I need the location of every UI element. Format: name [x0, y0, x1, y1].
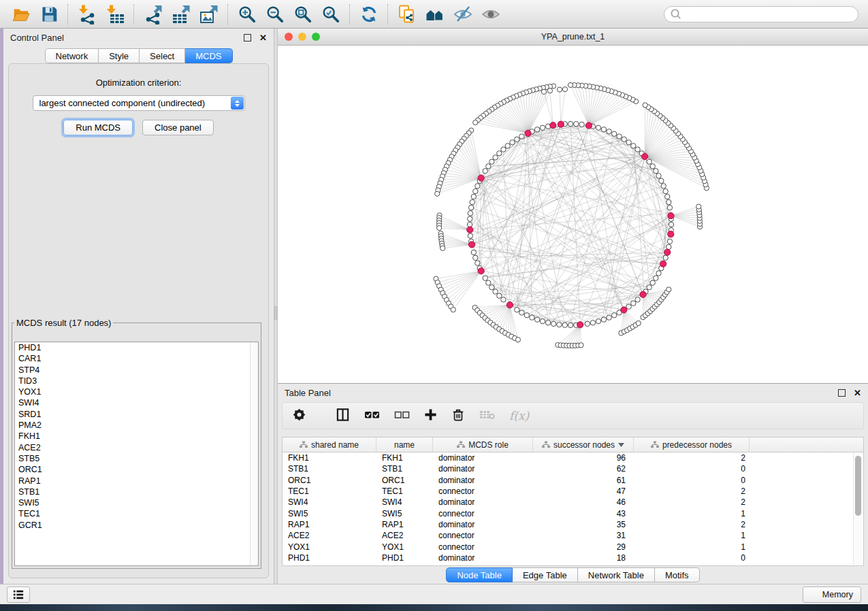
- hide-selected-icon[interactable]: [449, 3, 477, 26]
- table-row[interactable]: STB1STB1dominator620: [283, 463, 863, 474]
- mcds-result-item[interactable]: ORC1: [15, 464, 258, 475]
- optimization-criterion-select[interactable]: largest connected component (undirected): [33, 95, 245, 111]
- mcds-result-item[interactable]: STB1: [15, 486, 258, 497]
- column-header-predecessor-nodes[interactable]: predecessor nodes: [634, 437, 750, 452]
- status-bar: Memory: [0, 584, 868, 604]
- memory-button[interactable]: Memory: [803, 587, 861, 603]
- search-box[interactable]: [664, 6, 858, 22]
- divider-grip[interactable]: [274, 306, 277, 320]
- application-window: Control Panel ✕ Network Style Select MCD…: [0, 0, 868, 611]
- task-list-icon: [12, 589, 25, 600]
- column-header-shared-name[interactable]: shared name: [283, 437, 376, 452]
- mcds-result-list[interactable]: PHD1CAR1STP4TID3YOX1SWI4SRD1PMA2FKH1ACE2…: [14, 342, 259, 566]
- import-network-icon[interactable]: [73, 3, 101, 26]
- delete-rows-icon[interactable]: [451, 408, 465, 425]
- shared-column-icon: [651, 441, 659, 448]
- mcds-result-item[interactable]: CAR1: [15, 353, 258, 364]
- add-row-icon[interactable]: [424, 408, 437, 424]
- mcds-result-item[interactable]: STP4: [15, 365, 258, 376]
- maximize-window-icon[interactable]: [312, 33, 320, 41]
- mcds-result-item[interactable]: TID3: [15, 376, 258, 386]
- column-header-name[interactable]: name: [376, 437, 433, 452]
- mcds-result-item[interactable]: STB5: [15, 453, 258, 464]
- mcds-result-item[interactable]: PHD1: [15, 342, 258, 353]
- zoom-in-icon[interactable]: [233, 3, 261, 26]
- close-panel-icon[interactable]: ✕: [259, 33, 267, 42]
- node-table-body: FKH1FKH1dominator962STB1STB1dominator620…: [283, 452, 863, 563]
- node-table: shared name name MCDS role successor nod…: [282, 437, 864, 566]
- mcds-result-item[interactable]: PMA2: [15, 420, 258, 431]
- table-row[interactable]: FKH1FKH1dominator962: [283, 452, 863, 463]
- toolbar-separator: [67, 4, 68, 24]
- tab-motifs[interactable]: Motifs: [655, 567, 700, 582]
- close-window-icon[interactable]: [285, 33, 293, 41]
- table-row[interactable]: SWI4SWI4dominator462: [283, 497, 863, 508]
- new-network-from-selection-icon[interactable]: [393, 3, 421, 26]
- shared-column-icon: [457, 441, 465, 448]
- mcds-result-item[interactable]: GCR1: [15, 520, 258, 531]
- network-canvas[interactable]: [278, 46, 868, 383]
- save-session-icon[interactable]: [35, 3, 63, 26]
- table-row[interactable]: ORC1ORC1dominator610: [283, 475, 863, 486]
- show-columns-icon[interactable]: [336, 408, 350, 425]
- close-panel-button[interactable]: Close panel: [142, 120, 214, 135]
- column-header-mcds-role[interactable]: MCDS role: [433, 437, 533, 452]
- import-table-icon[interactable]: [101, 3, 129, 26]
- mcds-result-item[interactable]: FKH1: [15, 431, 258, 442]
- search-input[interactable]: [681, 9, 852, 20]
- close-panel-icon[interactable]: ✕: [854, 389, 861, 397]
- network-window-title: YPA_prune.txt_1: [541, 32, 605, 42]
- export-network-icon[interactable]: [139, 3, 167, 26]
- table-panel-title: Table Panel: [285, 388, 331, 398]
- zoom-selected-icon[interactable]: [317, 3, 344, 26]
- column-header-successor-nodes[interactable]: successor nodes: [533, 437, 634, 452]
- list-scrollbar[interactable]: [250, 342, 258, 565]
- control-panel: Control Panel ✕ Network Style Select MCD…: [3, 29, 274, 584]
- tab-node-table[interactable]: Node Table: [446, 567, 513, 582]
- search-icon: [670, 8, 681, 20]
- mcds-result-item[interactable]: ACE2: [15, 442, 258, 453]
- table-row[interactable]: SWI5SWI5connector431: [283, 508, 863, 518]
- task-history-button[interactable]: [7, 587, 30, 603]
- first-neighbors-icon[interactable]: [421, 3, 449, 26]
- tab-select[interactable]: Select: [140, 48, 185, 63]
- clear-row-selection-icon[interactable]: [394, 408, 410, 423]
- tab-network-table[interactable]: Network Table: [578, 567, 655, 582]
- float-panel-icon[interactable]: [244, 34, 251, 42]
- table-row[interactable]: ACE2ACE2connector311: [283, 530, 863, 541]
- export-table-icon[interactable]: [167, 3, 195, 26]
- control-panel-header: Control Panel ✕: [3, 29, 274, 46]
- export-image-icon[interactable]: [195, 3, 223, 26]
- column-settings-icon[interactable]: [292, 408, 306, 425]
- network-window-titlebar[interactable]: YPA_prune.txt_1: [278, 29, 868, 46]
- minimize-window-icon[interactable]: [298, 33, 306, 41]
- table-row[interactable]: RAP1RAP1dominator352: [283, 519, 863, 530]
- open-file-icon[interactable]: [7, 3, 35, 26]
- mcds-result-item[interactable]: YOX1: [15, 386, 258, 397]
- mcds-result-item[interactable]: TEC1: [15, 508, 258, 519]
- mcds-result-item[interactable]: SRD1: [15, 409, 258, 420]
- table-row[interactable]: TEC1TEC1connector472: [283, 486, 863, 497]
- run-mcds-button[interactable]: Run MCDS: [63, 120, 133, 135]
- zoom-fit-icon[interactable]: [289, 3, 317, 26]
- select-all-rows-icon[interactable]: [364, 408, 380, 423]
- zoom-out-icon[interactable]: [261, 3, 289, 26]
- table-row[interactable]: PHD1PHD1dominator180: [283, 552, 863, 563]
- table-toolbar: f(x): [282, 402, 864, 429]
- tab-mcds[interactable]: MCDS: [185, 48, 232, 63]
- table-scrollbar[interactable]: [853, 452, 863, 565]
- tab-network[interactable]: Network: [44, 48, 99, 63]
- mcds-result-item[interactable]: SWI5: [15, 497, 258, 508]
- mcds-result-item[interactable]: RAP1: [15, 476, 258, 486]
- apply-layout-icon[interactable]: [355, 3, 383, 26]
- show-all-icon[interactable]: [477, 3, 504, 26]
- network-graph: [278, 46, 868, 383]
- mcds-result-item[interactable]: SWI4: [15, 397, 258, 408]
- table-row[interactable]: YOX1YOX1connector291: [283, 541, 863, 552]
- mcds-result-group: MCDS result (17 nodes) PHD1CAR1STP4TID3Y…: [12, 318, 261, 569]
- table-scrollbar-thumb[interactable]: [855, 456, 861, 516]
- tab-style[interactable]: Style: [99, 48, 140, 63]
- control-panel-title: Control Panel: [10, 33, 64, 43]
- tab-edge-table[interactable]: Edge Table: [513, 567, 578, 582]
- float-panel-icon[interactable]: [838, 389, 846, 397]
